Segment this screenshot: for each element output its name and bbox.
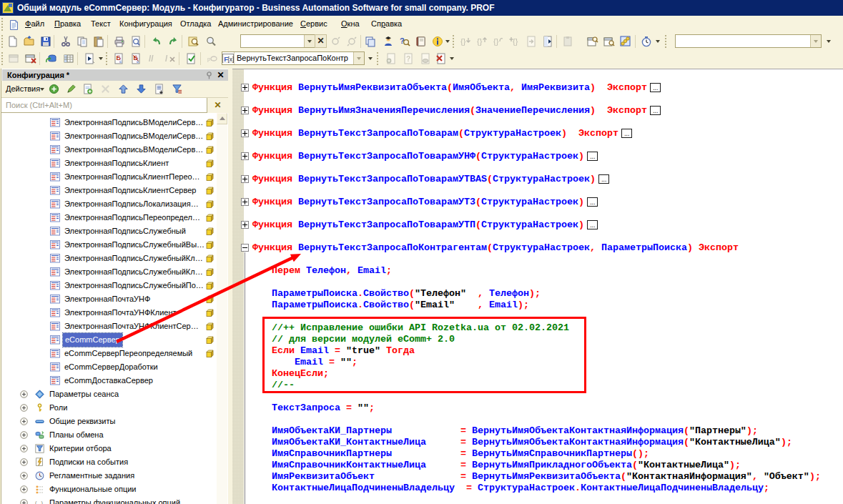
tree-item-6[interactable]: ЭлектроннаяПодписьЛокализация… bbox=[1, 197, 216, 211]
tree-item-23[interactable]: Планы обмена bbox=[1, 428, 216, 442]
actions-button[interactable]: Действия bbox=[6, 84, 40, 93]
tree-item-18[interactable]: eCommСерверДоработки bbox=[1, 360, 216, 374]
combo-dropdown-button[interactable] bbox=[304, 35, 315, 47]
action-list-output-button[interactable] bbox=[153, 83, 165, 95]
print-preview-button[interactable] bbox=[128, 34, 144, 49]
fold-collapsed-icon[interactable] bbox=[241, 221, 249, 229]
new-document-button[interactable] bbox=[5, 34, 21, 49]
code-line-35[interactable]: ИмяРеквизитаОбъект = ВернутьИмяРеквизита… bbox=[272, 471, 821, 483]
tree-item-label[interactable]: ЭлектроннаяПодписьСлужебныйВы… bbox=[64, 238, 204, 252]
expand-icon[interactable] bbox=[20, 431, 28, 439]
action-move-down-button[interactable] bbox=[135, 83, 147, 95]
code-line-1[interactable]: Функция ВернутьИмяРеквизитаОбъекта(ИмяОб… bbox=[252, 82, 647, 94]
tree-item-label[interactable]: Подписки на события bbox=[49, 455, 128, 469]
tree-item-label[interactable]: ЭлектроннаяПодписьСлужебный bbox=[64, 224, 186, 238]
doc-copy-button[interactable] bbox=[418, 51, 433, 66]
tree-item-0[interactable]: ЭлектроннаяПодписьВМоделиСерв… bbox=[1, 116, 216, 129]
tree-item-label[interactable]: ЭлектроннаяПодписьКлиентПерео… bbox=[64, 170, 200, 184]
tree-item-5[interactable]: ЭлектроннаяПодписьКлиентСервер bbox=[1, 184, 216, 197]
menu-4[interactable]: Отладка bbox=[178, 19, 213, 30]
tree-item-26[interactable]: Регламентные задания bbox=[1, 469, 216, 483]
code-line-34[interactable]: ИмяСправочникКонтактныеЛица = ВернутьИмя… bbox=[272, 460, 741, 471]
code-line-7[interactable]: Функция ВернутьТекстЗапросаПоТоварамУНФ(… bbox=[252, 151, 584, 162]
syntax-check-button[interactable] bbox=[327, 34, 343, 49]
tree-item-2[interactable]: ЭлектроннаяПодписьВМоделиСерв… bbox=[1, 143, 216, 157]
doc-check-button[interactable] bbox=[183, 51, 199, 66]
tree-item-label[interactable]: eCommСервер bbox=[63, 333, 122, 347]
menu-6[interactable]: Сервис bbox=[298, 19, 330, 30]
tree-item-11[interactable]: ЭлектроннаяПодписьСлужебныйКл… bbox=[1, 265, 216, 279]
undo-button[interactable] bbox=[149, 34, 164, 49]
save-button[interactable] bbox=[38, 34, 54, 49]
code-line-31[interactable]: ИмяОбъектаКИ_Партнеры = ВернутьИмяОбъект… bbox=[272, 425, 758, 437]
fold-collapsed-icon[interactable] bbox=[241, 107, 249, 114]
toolbar-grip[interactable] bbox=[453, 35, 455, 48]
code-line-36[interactable]: КонтактныеЛицаПодчиненыВладельцу = Струк… bbox=[272, 483, 769, 494]
code-line-33[interactable]: ИмяСправочникПартнеры = ВернутьИмяСправо… bbox=[272, 448, 649, 460]
proc-new-button[interactable]: {} bbox=[507, 34, 523, 49]
history-combo[interactable] bbox=[675, 34, 822, 48]
menu-7[interactable]: Окна bbox=[339, 19, 362, 30]
search-clear-toolbar-button[interactable]: ✕ bbox=[315, 34, 327, 48]
tree-item-9[interactable]: ЭлектроннаяПодписьСлужебныйВы… bbox=[1, 238, 216, 252]
tree-item-label[interactable]: ЭлектроннаяПодписьВМоделиСерв… bbox=[64, 143, 203, 157]
toolbar-overflow-dropdown[interactable] bbox=[826, 39, 832, 44]
fold-expanded-icon[interactable] bbox=[241, 244, 249, 252]
tree-item-12[interactable]: ЭлектроннаяПодписьСлужебныйПо… bbox=[1, 279, 216, 292]
fold-collapsed-icon[interactable] bbox=[241, 152, 249, 160]
redo-button[interactable] bbox=[165, 34, 181, 49]
code-line-29[interactable]: ТекстЗапроса = ""; bbox=[272, 402, 375, 414]
magnifier-button[interactable] bbox=[203, 34, 219, 49]
combo-dropdown-button[interactable] bbox=[810, 35, 821, 47]
tree-item-label[interactable]: ЭлектроннаяПодписьСлужебныйПо… bbox=[64, 279, 204, 292]
template-b2-button[interactable]: Бc bbox=[128, 51, 144, 66]
action-edit-button[interactable] bbox=[65, 83, 77, 95]
tree-item-label[interactable]: ЭлектроннаяПодписьСлужебныйКл… bbox=[64, 265, 203, 279]
copy-layers-button[interactable] bbox=[363, 34, 378, 49]
search-text-combo[interactable] bbox=[240, 34, 315, 48]
help-book-button[interactable] bbox=[413, 34, 429, 49]
tree-item-label[interactable]: ЭлектроннаяПодписьЛокализация… bbox=[64, 197, 199, 211]
tutor-button[interactable] bbox=[380, 34, 396, 49]
expand-icon[interactable] bbox=[20, 417, 28, 425]
db-update-button[interactable] bbox=[44, 51, 59, 66]
tree-item-label[interactable]: ЭлектроннаяПодписьКлиент bbox=[64, 157, 169, 170]
tree-item-1[interactable]: ЭлектроннаяПодписьВМоделиСерв… bbox=[1, 129, 216, 143]
search-box[interactable]: Поиск (Ctrl+Alt+M) ✕ bbox=[1, 97, 228, 113]
timer-button[interactable] bbox=[639, 34, 654, 49]
tree-item-label[interactable]: ЭлектроннаяПодписьСлужебныйКл… bbox=[64, 252, 203, 265]
collapsed-code-button[interactable]: ... bbox=[587, 220, 598, 229]
code-editor[interactable]: Функция ВернутьИмяРеквизитаОбъекта(ИмяОб… bbox=[232, 69, 843, 504]
action-add-button[interactable] bbox=[48, 83, 60, 95]
fold-collapsed-icon[interactable] bbox=[241, 84, 249, 92]
collapsed-code-button[interactable]: ... bbox=[598, 174, 609, 184]
tree-item-27[interactable]: Функциональные опции bbox=[1, 483, 216, 496]
code-line-17[interactable]: Перем Телефон, Email; bbox=[272, 265, 392, 277]
menu-0[interactable]: Файл bbox=[23, 19, 46, 30]
tree-item-label[interactable]: ЭлектроннаяПодписьВМоделиСерв… bbox=[64, 116, 203, 129]
doc-play-dropdown[interactable] bbox=[98, 56, 104, 61]
collapsed-code-button[interactable]: ... bbox=[587, 152, 598, 161]
tree-item-10[interactable]: ЭлектроннаяПодписьСлужебныйКл… bbox=[1, 252, 216, 265]
toolbar-grip[interactable] bbox=[106, 52, 109, 65]
fold-collapsed-icon[interactable] bbox=[241, 198, 249, 206]
tree-item-7[interactable]: ЭлектроннаяПодписьПереопредел… bbox=[1, 211, 216, 224]
menu-8[interactable]: Справка bbox=[369, 19, 404, 30]
tree-item-label[interactable]: ЭлектроннаяПочтаУНФ bbox=[64, 292, 150, 306]
fold-collapsed-icon[interactable] bbox=[241, 175, 249, 183]
panel-close-button[interactable]: ✕ bbox=[215, 70, 226, 80]
expand-icon[interactable] bbox=[20, 404, 28, 412]
tree-item-label[interactable]: Планы обмена bbox=[49, 428, 104, 442]
tree-item-8[interactable]: ЭлектроннаяПодписьСлужебный bbox=[1, 224, 216, 238]
tree-item-label[interactable]: Параметры сеанса bbox=[49, 387, 119, 401]
tree-item-label[interactable]: Роли bbox=[49, 401, 67, 415]
chain-button[interactable] bbox=[618, 34, 634, 49]
clipboard-gray-button[interactable] bbox=[560, 34, 576, 49]
goto-definition-button[interactable] bbox=[523, 34, 539, 49]
toolbar-grip[interactable] bbox=[1, 35, 4, 48]
tree-item-label[interactable]: eCommСерверДоработки bbox=[64, 360, 158, 374]
procedure-combo[interactable]: F[x]ВернутьТекстЗапросаПоКонтр bbox=[222, 51, 365, 65]
expand-icon[interactable] bbox=[20, 458, 28, 466]
expand-icon[interactable] bbox=[20, 485, 28, 493]
copy-button[interactable] bbox=[74, 34, 90, 49]
